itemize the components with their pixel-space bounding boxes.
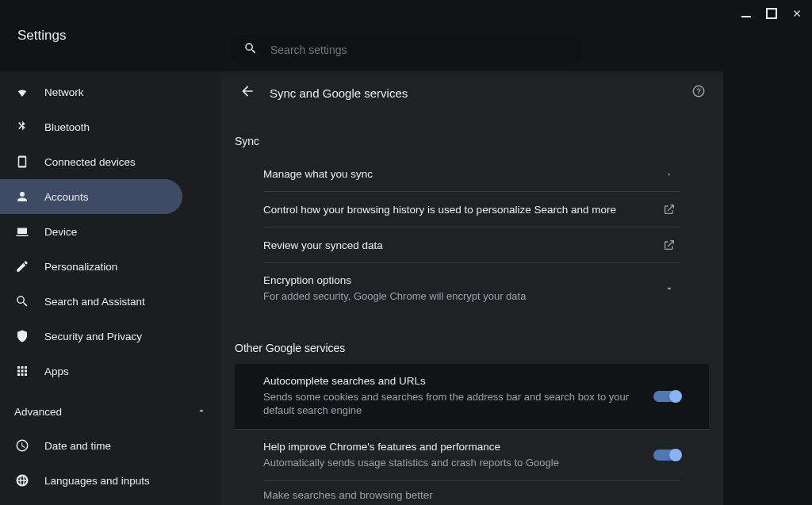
app-title: Settings [17, 28, 66, 44]
row-autocomplete[interactable]: Autocomplete searches and URLs Sends som… [235, 364, 709, 430]
maximize-icon[interactable] [764, 6, 779, 21]
back-button[interactable] [239, 83, 255, 102]
sidebar-item-languages[interactable]: Languages and inputs [0, 463, 182, 498]
sidebar-advanced-toggle[interactable]: Advanced [0, 395, 220, 428]
sidebar: Network Bluetooth Connected devices Acco… [0, 71, 220, 505]
sidebar-item-label: Search and Assistant [44, 296, 145, 308]
sidebar-item-label: Date and time [44, 440, 111, 452]
close-icon[interactable] [790, 6, 804, 21]
row-control-history[interactable]: Control how your browsing history is use… [263, 192, 680, 228]
row-label: Help improve Chrome's features and perfo… [263, 441, 638, 453]
row-cutoff: Make searches and browsing better [263, 481, 680, 501]
help-button[interactable] [691, 84, 706, 101]
bluetooth-icon [14, 120, 30, 134]
sidebar-item-apps[interactable]: Apps [0, 354, 182, 388]
sidebar-item-device[interactable]: Device [0, 214, 182, 249]
search-box[interactable] [229, 35, 583, 65]
apps-grid-icon [14, 364, 30, 378]
row-sublabel: Automatically sends usage statistics and… [263, 456, 638, 470]
sidebar-item-accounts[interactable]: Accounts [0, 179, 182, 214]
external-link-icon [658, 239, 680, 251]
chevron-right-icon [658, 170, 680, 179]
row-encryption-options[interactable]: Encryption options For added security, G… [263, 263, 680, 315]
page-title: Sync and Google services [270, 86, 408, 100]
sidebar-item-security-privacy[interactable]: Security and Privacy [0, 319, 182, 354]
sidebar-item-label: Languages and inputs [44, 475, 150, 487]
sidebar-item-label: Accounts [44, 191, 89, 203]
magnify-icon [14, 294, 30, 308]
sidebar-item-date-time[interactable]: Date and time [0, 428, 182, 463]
sidebar-item-label: Device [44, 226, 77, 238]
sidebar-item-label: Apps [44, 365, 69, 377]
window-controls [739, 6, 804, 21]
sidebar-item-connected-devices[interactable]: Connected devices [0, 144, 182, 179]
sidebar-item-label: Connected devices [44, 156, 136, 168]
sidebar-item-label: Bluetooth [44, 121, 90, 133]
pencil-icon [14, 259, 30, 274]
main-panel: Sync and Google services Sync Manage wha… [220, 71, 812, 505]
row-label: Autocomplete searches and URLs [263, 375, 638, 387]
section-title-sync: Sync [235, 135, 709, 147]
row-label: Manage what you sync [263, 168, 642, 180]
sidebar-item-label: Network [44, 86, 84, 98]
shield-icon [14, 329, 30, 343]
wifi-icon [14, 85, 30, 99]
row-label: Control how your browsing history is use… [263, 204, 642, 216]
sidebar-advanced-label: Advanced [14, 406, 62, 418]
globe-icon [14, 473, 30, 488]
toggle-autocomplete[interactable] [653, 391, 680, 402]
row-label: Review your synced data [263, 239, 642, 251]
person-icon [14, 189, 30, 204]
laptop-icon [14, 224, 30, 239]
clock-icon [14, 438, 30, 453]
minimize-icon[interactable] [739, 6, 753, 21]
sidebar-item-label: Security and Privacy [44, 331, 142, 342]
row-manage-sync[interactable]: Manage what you sync [263, 157, 680, 192]
chevron-up-icon [197, 406, 206, 418]
row-sublabel: Sends some cookies and searches from the… [263, 390, 638, 418]
chevron-down-icon [658, 283, 680, 294]
phone-icon [14, 155, 30, 169]
row-improve-chrome[interactable]: Help improve Chrome's features and perfo… [263, 430, 680, 482]
search-icon [243, 41, 258, 59]
page-header: Sync and Google services [220, 71, 723, 114]
row-sublabel: For added security, Google Chrome will e… [263, 289, 642, 304]
row-label: Encryption options [263, 274, 642, 286]
row-review-synced[interactable]: Review your synced data [263, 228, 680, 263]
search-input[interactable] [270, 44, 569, 56]
sidebar-item-bluetooth[interactable]: Bluetooth [0, 109, 182, 144]
external-link-icon [658, 203, 680, 216]
sidebar-item-label: Personalization [44, 261, 117, 273]
section-title-other: Other Google services [235, 342, 709, 354]
sidebar-item-search-assistant[interactable]: Search and Assistant [0, 284, 182, 319]
sidebar-item-network[interactable]: Network [0, 75, 182, 109]
app-header: Settings [0, 0, 812, 71]
sidebar-item-personalization[interactable]: Personalization [0, 249, 182, 284]
toggle-improve[interactable] [653, 450, 680, 461]
